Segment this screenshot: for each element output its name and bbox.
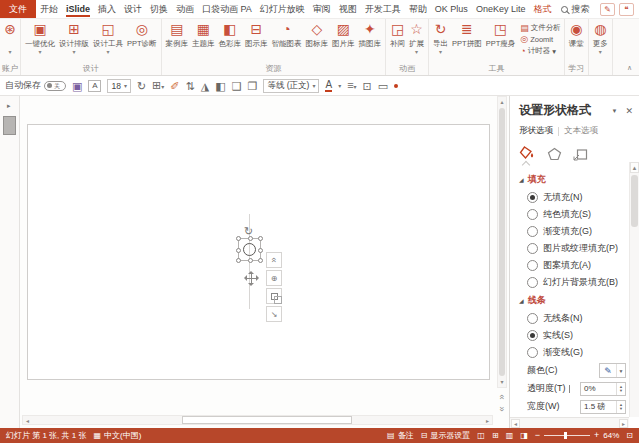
display-settings-button[interactable]: ⊟显示器设置 [421,430,471,441]
ppt-stitch-button[interactable]: ≣PPT拼图 [450,21,484,48]
diagram-library-button[interactable]: ⊟图示库 [243,21,270,48]
search-box[interactable]: 搜索 [557,0,593,18]
spinner[interactable]: ▲▼ [616,401,625,413]
resize-handle[interactable] [236,248,241,253]
selection-box[interactable] [238,238,261,261]
autosave-toggle[interactable]: 自动保存 关 [5,79,66,92]
tab-onekey-lite[interactable]: OneKey Lite [472,0,530,18]
collapse-ribbon-icon[interactable]: ∧ [627,64,632,72]
tab-design[interactable]: 设计 [120,0,146,18]
tab-islide-active[interactable]: iSlide [62,0,94,18]
design-tools-button[interactable]: ◱设计工具▾ [91,21,125,55]
reset-shape-button[interactable]: ↻ [137,80,146,92]
selected-shape[interactable] [243,243,256,256]
vscroll-thumb[interactable] [499,108,505,376]
scroll-up-icon[interactable]: ▲ [630,162,639,173]
zoomit-button[interactable]: ◎Zoomit [520,35,561,44]
float-layers-button[interactable] [266,288,282,304]
float-collapse-button[interactable]: « [266,252,282,268]
font-color-button[interactable]: A [325,80,332,92]
scroll-right-icon[interactable]: ▸ [483,417,492,424]
panel-close-icon[interactable]: ✕ [625,106,633,116]
zoom-slider[interactable] [544,435,590,436]
tab-okplus[interactable]: OK Plus [431,0,472,18]
tab-shape-options[interactable]: 形状选项 [519,125,553,137]
icon-library-button[interactable]: ◇图标库 [304,21,331,48]
picture-library-button[interactable]: ▨图片库 [330,21,357,48]
normal-view-icon[interactable]: ◫ [477,431,485,440]
panel-vscrollbar[interactable]: ▲ [629,162,639,417]
tab-text-options[interactable]: 文本选项 [564,125,598,137]
scroll-up-icon[interactable]: ▴ [500,97,503,107]
font-size-combo[interactable]: 18▾ [107,79,130,93]
file-menu-button[interactable]: 文件 [0,0,36,18]
design-layout-button[interactable]: ⊞设计排版▾ [57,21,91,55]
resize-handle[interactable] [248,258,253,263]
slide-canvas[interactable]: ↻ « ⊕ ↘ ▴ ▾ [20,96,509,428]
text-box-button[interactable]: A [88,80,101,92]
tab-pocket-animation[interactable]: 口袋动画 PA [198,0,256,18]
save-button[interactable]: ▣ [72,80,82,92]
color-library-button[interactable]: ◧色彩库 [217,21,244,48]
radio-pattern-fill[interactable]: 图案填充(A) [527,259,639,272]
slide-size-button[interactable]: ▭ [378,80,388,92]
zoom-out-icon[interactable]: − [535,431,540,440]
radio-gradient-fill[interactable]: 渐变填充(G) [527,225,639,238]
flip-button[interactable]: ◮ [201,80,209,92]
reading-view-icon[interactable]: ▥ [506,431,514,440]
line-spacing-button[interactable]: ≡▾ [347,79,356,93]
transparency-input[interactable]: 0%▲▼ [580,382,626,396]
case-library-button[interactable]: ▤案例库 [164,21,191,48]
hscroll-thumb[interactable] [182,416,352,424]
tab-help[interactable]: 帮助 [405,0,431,18]
one-key-optimize-button[interactable]: ▣一键优化▾ [23,21,57,55]
zoom-level[interactable]: 64% [603,431,619,440]
radio-no-fill[interactable]: 无填充(N) [527,191,639,204]
fill-line-icon[interactable] [519,145,536,163]
more-button[interactable]: ◍更多▾ [591,21,610,55]
canvas-vscrollbar[interactable]: ▴ ▾ [497,96,507,388]
fit-to-window-icon[interactable]: ⊡ [626,431,633,440]
scroll-right-icon[interactable]: ▸ [619,419,628,428]
resize-handle[interactable] [258,236,263,241]
format-painter-button[interactable]: ✐ [170,80,179,92]
radio-solid-line[interactable]: 实线(S) [527,329,639,342]
effects-pentagon-icon[interactable] [547,147,562,163]
paste-button[interactable]: ⊡ [363,80,372,92]
tab-format-contextual[interactable]: 格式 [529,0,555,18]
transparency-slider[interactable] [569,385,570,393]
account-button[interactable]: ⊛ ▾ [2,21,18,55]
extension-button[interactable]: ☆扩展▾ [407,21,426,55]
prev-slide-button[interactable]: « [497,391,507,402]
float-resize-button[interactable]: ↘ [266,306,282,322]
smart-chart-button[interactable]: ◔智能图表 [270,21,304,48]
customize-toolbar-dot[interactable] [394,84,398,88]
notes-button[interactable]: ▤备注 [387,430,414,441]
ppt-diagnose-button[interactable]: ◎PPT诊断 [125,21,159,48]
tab-animations[interactable]: 动画 [172,0,198,18]
timer-button[interactable]: ◔计时器▾ [520,46,561,56]
font-name-combo[interactable]: 等线 (正文)▾ [263,79,319,93]
tab-developer[interactable]: 开发工具 [361,0,405,18]
scroll-left-icon[interactable]: ◂ [23,417,32,424]
tab-view[interactable]: 视图 [335,0,361,18]
line-color-button[interactable]: ✎▼ [599,363,626,378]
illustration-library-button[interactable]: ✦插图库 [357,21,384,48]
resize-handle[interactable] [248,236,253,241]
line-section-header[interactable]: ◢ 线条 [519,294,639,307]
float-center-button[interactable]: ⊕ [266,270,282,286]
spinner[interactable]: ▲▼ [616,383,625,395]
zoom-in-icon[interactable]: + [594,431,599,440]
radio-no-line[interactable]: 无线条(N) [527,312,639,325]
slide-sorter-icon[interactable]: ⊞ [492,431,499,440]
tab-insert[interactable]: 插入 [94,0,120,18]
resize-handle[interactable] [258,248,263,253]
file-analysis-button[interactable]: ▤文件分析 [520,23,561,33]
tab-review[interactable]: 审阅 [309,0,335,18]
radio-picture-fill[interactable]: 图片或纹理填充(P) [527,242,639,255]
tween-button[interactable]: ◲补间 [388,21,407,48]
scroll-down-icon[interactable]: ▾ [500,377,503,387]
radio-gradient-line[interactable]: 渐变线(G) [527,346,639,359]
panel-menu-chevron-icon[interactable]: ▼ [612,108,618,114]
radio-solid-fill[interactable]: 纯色填充(S) [527,208,639,221]
